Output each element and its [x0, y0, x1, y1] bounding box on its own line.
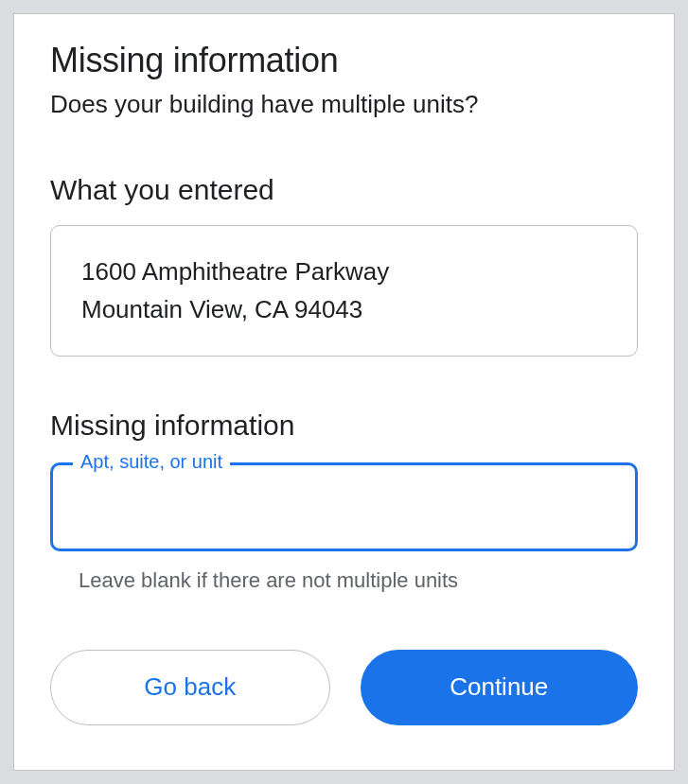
missing-info-dialog: Missing information Does your building h…: [13, 13, 675, 771]
missing-heading: Missing information: [50, 409, 638, 442]
dialog-title: Missing information: [50, 41, 638, 80]
unit-input[interactable]: [50, 462, 638, 551]
go-back-button[interactable]: Go back: [50, 650, 330, 725]
continue-button[interactable]: Continue: [361, 650, 639, 725]
address-line-2: Mountain View, CA 94043: [81, 290, 607, 328]
entered-address-box: 1600 Amphitheatre Parkway Mountain View,…: [50, 225, 638, 357]
address-line-1: 1600 Amphitheatre Parkway: [81, 253, 607, 290]
entered-heading: What you entered: [50, 174, 638, 206]
unit-input-label: Apt, suite, or unit: [73, 451, 230, 473]
unit-input-wrapper: Apt, suite, or unit: [50, 462, 638, 551]
dialog-subtitle: Does your building have multiple units?: [50, 90, 638, 119]
unit-helper-text: Leave blank if there are not multiple un…: [79, 568, 638, 593]
button-row: Go back Continue: [50, 650, 638, 725]
